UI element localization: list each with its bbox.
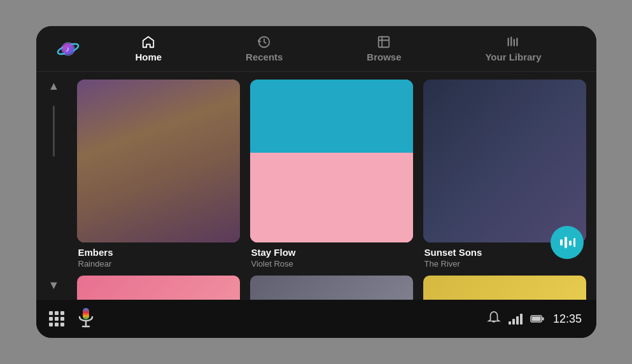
microphone-icon xyxy=(77,307,95,328)
apps-button[interactable] xyxy=(49,311,64,326)
bottom-left-controls xyxy=(49,307,95,331)
nav-home-label: Home xyxy=(135,52,162,62)
album-partial-1 xyxy=(77,276,240,300)
bottom-bar: 12:35 xyxy=(36,300,596,338)
scroll-up-button[interactable]: ▲ xyxy=(48,80,60,93)
home-icon xyxy=(141,35,155,49)
svg-rect-5 xyxy=(379,37,390,48)
top-nav: ♪ Home Recents xyxy=(36,26,596,72)
app-logo: ♪ xyxy=(49,36,87,62)
album-card-embers[interactable]: RAINDEAR EMBERS Embers Raindear xyxy=(77,80,240,269)
equalizer-fab[interactable] xyxy=(551,226,584,259)
album-thumb-embers: RAINDEAR EMBERS xyxy=(77,80,240,242)
svg-rect-43 xyxy=(83,308,89,319)
car-screen: ♪ Home Recents xyxy=(36,26,596,338)
recents-icon xyxy=(257,35,271,49)
album-artist-sunsetSons: The River xyxy=(425,259,585,270)
album-card-stayflow[interactable]: H Stay Flow Violet Rose xyxy=(250,80,413,269)
nav-item-home[interactable]: Home xyxy=(120,30,177,67)
stayflow-bg xyxy=(250,80,413,242)
sunset-bg xyxy=(423,80,586,242)
album-thumb-sunset xyxy=(423,80,586,242)
svg-rect-42 xyxy=(573,238,575,247)
logo-icon: ♪ xyxy=(55,36,81,62)
main-content: ▲ ▼ xyxy=(36,72,596,300)
status-bar: 12:35 xyxy=(487,311,584,327)
svg-rect-41 xyxy=(569,241,572,246)
album-thumb-stayflow: H xyxy=(250,80,413,242)
album-artist-stayflow: Violet Rose xyxy=(251,259,412,270)
album-info-stayflow: Stay Flow Violet Rose xyxy=(250,246,413,269)
scroll-indicator xyxy=(53,106,55,157)
grid-dots-icon xyxy=(49,311,64,326)
content-grid: RAINDEAR EMBERS Embers Raindear xyxy=(72,72,596,300)
embers-face-bg xyxy=(77,80,240,242)
scroll-down-button[interactable]: ▼ xyxy=(48,279,60,292)
bell-icon xyxy=(487,311,501,325)
album-info-embers: Embers Raindear xyxy=(77,246,240,269)
nav-item-browse[interactable]: Browse xyxy=(351,30,416,67)
albums-row-2 xyxy=(77,276,586,300)
nav-browse-label: Browse xyxy=(367,52,401,62)
album-partial-3 xyxy=(423,276,586,300)
nav-items: Home Recents Browse xyxy=(94,30,584,67)
browse-icon xyxy=(377,35,391,49)
clock-display: 12:35 xyxy=(552,312,584,326)
svg-text:♪: ♪ xyxy=(66,45,69,53)
mic-button[interactable] xyxy=(77,307,95,331)
nav-item-library[interactable]: Your Library xyxy=(470,30,556,67)
nav-item-recents[interactable]: Recents xyxy=(230,30,298,67)
album-artist-embers: Raindear xyxy=(78,259,239,270)
album-title-embers: Embers xyxy=(78,246,239,259)
album-partial-2 xyxy=(250,276,413,300)
notification-button[interactable] xyxy=(487,311,501,327)
svg-rect-47 xyxy=(531,317,540,321)
sidebar: ▲ ▼ xyxy=(36,72,72,300)
albums-row-1: RAINDEAR EMBERS Embers Raindear xyxy=(77,80,586,269)
svg-rect-40 xyxy=(565,237,567,248)
equalizer-icon xyxy=(559,235,575,249)
signal-icon xyxy=(509,313,523,325)
nav-library-label: Your Library xyxy=(485,52,541,62)
nav-recents-label: Recents xyxy=(246,52,283,62)
svg-rect-39 xyxy=(560,239,563,246)
album-title-stayflow: Stay Flow xyxy=(251,246,412,259)
battery-icon xyxy=(530,314,544,323)
svg-rect-48 xyxy=(542,318,544,321)
library-icon xyxy=(506,35,520,49)
